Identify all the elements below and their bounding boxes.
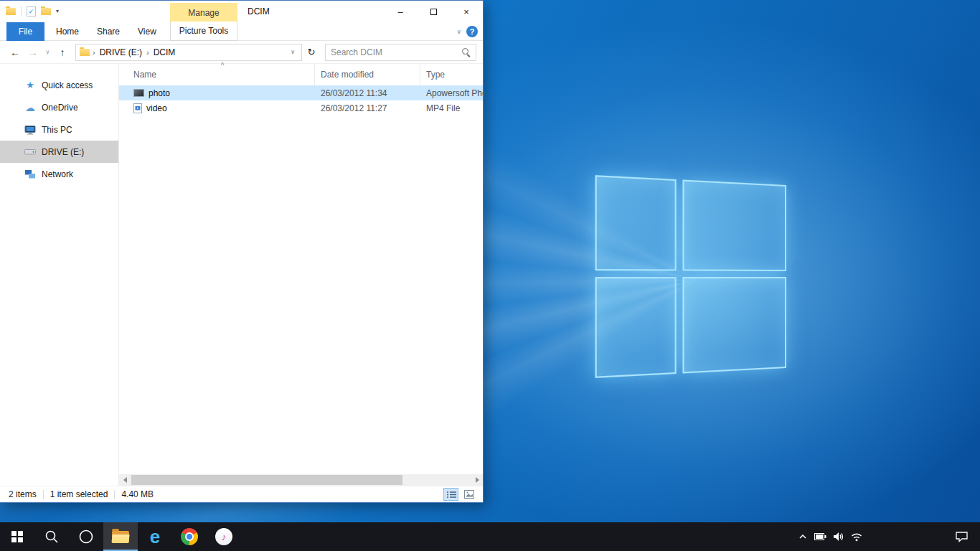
properties-icon[interactable]: ✓ [27, 6, 36, 17]
cloud-icon: ☁ [24, 102, 36, 113]
file-name: photo [149, 88, 170, 98]
file-row-video[interactable]: video 26/03/2012 11:27 MP4 File [119, 100, 483, 116]
file-row-photo[interactable]: photo 26/03/2012 11:34 Apowersoft Pho [119, 85, 483, 100]
sidebar-item-network[interactable]: Network [0, 163, 118, 185]
explorer-icon[interactable] [6, 8, 16, 15]
address-dropdown-chevron-icon[interactable]: ∨ [288, 49, 298, 55]
cortana-icon [78, 529, 94, 545]
file-name: video [146, 103, 167, 113]
file-explorer-icon [112, 531, 129, 543]
triangle-right-icon [476, 477, 479, 483]
close-button[interactable]: × [450, 1, 483, 22]
search-box [325, 44, 476, 61]
sidebar-item-label: This PC [42, 125, 72, 135]
volume-tray-button[interactable] [829, 522, 847, 551]
wifi-icon [851, 532, 862, 542]
battery-icon [814, 533, 826, 540]
speaker-icon [833, 532, 844, 542]
battery-tray-button[interactable] [811, 522, 829, 551]
status-divider [43, 490, 44, 499]
scroll-left-arrow[interactable] [119, 474, 131, 486]
scrollbar-thumb[interactable] [131, 475, 402, 485]
details-view-button[interactable] [443, 488, 458, 501]
windows-logo-pane [595, 277, 676, 378]
start-button[interactable] [0, 522, 34, 551]
customize-qat-chevron-icon[interactable]: ▾ [56, 9, 59, 14]
triangle-left-icon [123, 477, 127, 483]
internet-explorer-icon: e [150, 527, 160, 546]
column-header-type[interactable]: Type [420, 64, 483, 85]
recent-locations-chevron-icon[interactable]: ∨ [43, 49, 52, 55]
forward-button[interactable]: → [25, 47, 41, 58]
tab-picture-tools[interactable]: Picture Tools [170, 22, 237, 41]
file-list-pane: ^ Name Date modified Type photo 26/03/20… [119, 64, 483, 486]
itunes-icon: ♪ [215, 528, 232, 545]
explorer-main: ★ Quick access ☁ OneDrive This PC DRIVE … [0, 64, 483, 486]
network-tray-button[interactable] [847, 522, 865, 551]
minimize-button[interactable]: – [384, 1, 417, 22]
maximize-icon [430, 9, 437, 15]
taskbar-chrome-button[interactable] [172, 522, 207, 551]
new-folder-icon[interactable] [41, 8, 51, 15]
taskbar: e ♪ [0, 522, 980, 551]
taskbar-itunes-button[interactable]: ♪ [207, 522, 241, 551]
sort-ascending-icon: ^ [215, 62, 230, 70]
windows-logo [595, 175, 786, 378]
breadcrumb-separator-icon[interactable]: › [93, 48, 95, 57]
file-type-cell: Apowersoft Pho [420, 88, 483, 98]
back-button[interactable]: ← [7, 47, 23, 58]
sidebar-item-label: Network [42, 169, 73, 179]
tab-file[interactable]: File [6, 22, 44, 41]
file-name-cell: photo [119, 88, 315, 98]
sidebar-item-this-pc[interactable]: This PC [0, 118, 118, 141]
file-date-cell: 26/03/2012 11:27 [315, 103, 420, 113]
search-input[interactable] [331, 47, 461, 57]
taskbar-file-explorer-button[interactable] [103, 522, 138, 551]
expand-ribbon-chevron-icon[interactable]: ∨ [456, 22, 461, 41]
action-center-button[interactable] [943, 522, 980, 551]
cortana-button[interactable] [69, 522, 103, 551]
sidebar-item-label: OneDrive [42, 103, 78, 113]
breadcrumb-separator-icon[interactable]: › [146, 48, 149, 57]
scrollbar-track[interactable] [131, 474, 471, 486]
chevron-up-icon [798, 533, 807, 540]
sidebar-item-quick-access[interactable]: ★ Quick access [0, 74, 118, 96]
navigation-pane: ★ Quick access ☁ OneDrive This PC DRIVE … [0, 64, 119, 486]
taskbar-search-button[interactable] [34, 522, 69, 551]
video-file-icon [133, 103, 142, 113]
details-view-icon [446, 491, 456, 499]
sidebar-item-drive-e[interactable]: DRIVE (E:) [0, 141, 118, 163]
toolbar-separator [21, 6, 22, 17]
tab-view[interactable]: View [138, 22, 156, 41]
selection-size: 4.40 MB [121, 489, 154, 499]
tab-home[interactable]: Home [56, 22, 79, 41]
title-bar[interactable]: ✓ ▾ Manage DCIM – × [0, 1, 483, 22]
view-toggles [443, 488, 476, 501]
taskbar-internet-explorer-button[interactable]: e [138, 522, 172, 551]
thumbnail-view-button[interactable] [461, 488, 476, 501]
up-button[interactable]: ↑ [55, 47, 70, 58]
folder-icon [80, 49, 90, 56]
file-type-cell: MP4 File [420, 103, 483, 113]
explorer-window: ✓ ▾ Manage DCIM – × File Home Share View… [0, 0, 484, 503]
column-headers: ^ Name Date modified Type [119, 64, 483, 85]
music-note-icon: ♪ [222, 531, 227, 542]
show-hidden-icons-button[interactable] [793, 522, 811, 551]
breadcrumb-dcim[interactable]: DCIM [152, 47, 177, 57]
refresh-icon[interactable]: ↻ [304, 47, 319, 57]
tab-share[interactable]: Share [97, 22, 120, 41]
help-button[interactable]: ? [466, 26, 478, 37]
maximize-button[interactable] [417, 1, 450, 22]
star-icon: ★ [24, 80, 36, 91]
breadcrumb-drive[interactable]: DRIVE (E:) [98, 47, 143, 57]
sidebar-item-onedrive[interactable]: ☁ OneDrive [0, 96, 118, 118]
system-tray [793, 522, 980, 551]
chrome-icon [181, 528, 198, 545]
column-header-date-modified[interactable]: Date modified [315, 64, 420, 85]
search-icon[interactable] [461, 47, 471, 57]
windows-logo-pane [682, 179, 786, 271]
scroll-right-arrow[interactable] [471, 474, 483, 486]
manage-contextual-tab-header[interactable]: Manage [170, 3, 237, 22]
horizontal-scrollbar[interactable] [119, 474, 483, 486]
address-bar[interactable]: › DRIVE (E:) › DCIM ∨ [75, 44, 302, 61]
